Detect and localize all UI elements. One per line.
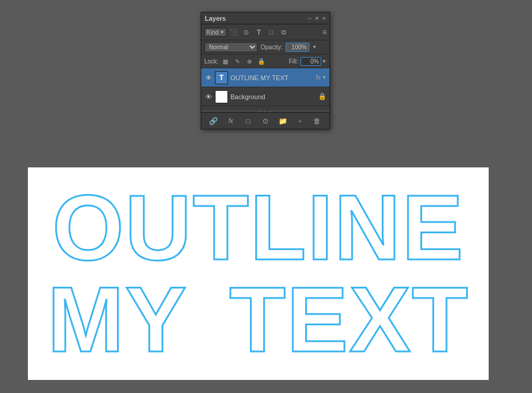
layer-visibility-text-icon[interactable]: 👁 — [204, 74, 213, 82]
text-row-1: OUTLINE — [52, 182, 464, 274]
add-group-button[interactable]: 📁 — [277, 116, 288, 126]
add-adjustment-button[interactable]: ⊙ — [260, 116, 271, 126]
layer-thumbnail-background — [215, 90, 228, 103]
filter-adjustment-button[interactable]: ⊙ — [241, 27, 252, 37]
lock-label: Lock: — [204, 58, 218, 65]
layer-item-background[interactable]: 👁 Background 🔒 — [201, 87, 330, 106]
layer-name-text: OUTLINE MY TEXT — [230, 74, 314, 81]
filter-kind-label: Kind — [207, 29, 218, 36]
delete-layer-button[interactable]: 🗑 — [312, 116, 322, 126]
lock-image-button[interactable]: ✎ — [233, 56, 242, 66]
opacity-arrow-icon: ▼ — [312, 45, 317, 50]
opacity-input[interactable] — [286, 43, 309, 52]
layer-fx-button[interactable]: fx ▼ — [316, 74, 327, 81]
panel-titlebar: Layers ─ ✕ ≡ — [201, 12, 330, 24]
new-layer-button[interactable]: ＋ — [294, 116, 305, 126]
link-layers-button[interactable]: 🔗 — [208, 116, 219, 126]
lock-transparent-button[interactable]: ▦ — [221, 56, 230, 66]
layer-item-text[interactable]: 👁 T OUTLINE MY TEXT fx ▼ — [201, 68, 330, 87]
layer-fx-arrow-icon: ▼ — [322, 75, 327, 80]
filter-row: Kind ▼ ⬛ ⊙ T □ ⧉ ≡ — [201, 24, 330, 40]
outline-text-line1: OUTLINE — [52, 182, 464, 274]
layer-fx-label: fx — [316, 74, 321, 81]
filter-shape-button[interactable]: □ — [266, 27, 277, 37]
add-layer-style-button[interactable]: fx — [226, 116, 236, 126]
panel-title-left: Layers — [205, 15, 226, 22]
fill-label: Fill: — [289, 58, 299, 65]
filter-pixel-button[interactable]: ⬛ — [229, 27, 239, 37]
layers-list: 👁 T OUTLINE MY TEXT fx ▼ 👁 Background 🔒 — [201, 68, 330, 110]
lock-position-button[interactable]: ⊕ — [245, 56, 254, 66]
add-mask-button[interactable]: □ — [243, 116, 254, 126]
blend-opacity-row: Normal Dissolve Multiply Screen Overlay … — [201, 40, 330, 55]
fill-arrow-icon: ▼ — [322, 59, 327, 64]
layers-panel: Layers ─ ✕ ≡ Kind ▼ ⬛ ⊙ T □ ⧉ ≡ Normal D… — [201, 12, 330, 129]
panel-menu-button[interactable]: ≡ — [322, 15, 326, 21]
layer-visibility-bg-icon[interactable]: 👁 — [204, 93, 213, 101]
outline-text-container: OUTLINE MY TEXT — [28, 167, 489, 380]
outline-text-word-text: TEXT — [229, 274, 469, 366]
filter-kind-dropdown[interactable]: Kind ▼ — [204, 28, 227, 37]
blend-mode-select[interactable]: Normal Dissolve Multiply Screen Overlay — [204, 42, 258, 52]
fill-input[interactable] — [300, 57, 321, 66]
panel-window-controls: ─ ✕ ≡ — [307, 15, 326, 21]
lock-fill-row: Lock: ▦ ✎ ⊕ 🔒 Fill: ▼ — [201, 55, 330, 68]
panel-options-icon[interactable]: ≡ — [322, 28, 327, 36]
panel-close-button[interactable]: ✕ — [314, 15, 320, 21]
panel-bottom-toolbar: 🔗 fx □ ⊙ 📁 ＋ 🗑 — [201, 112, 330, 129]
filter-kind-arrow-icon: ▼ — [220, 30, 224, 35]
canvas-area: OUTLINE MY TEXT — [28, 167, 489, 380]
lock-all-button[interactable]: 🔒 — [256, 56, 266, 66]
filter-type-button[interactable]: T — [254, 27, 264, 37]
panel-title: Layers — [205, 15, 226, 22]
opacity-label: Opacity: — [261, 44, 283, 50]
fill-input-wrap: ▼ — [300, 57, 327, 66]
panel-minimize-button[interactable]: ─ — [307, 15, 312, 21]
layer-thumbnail-text: T — [215, 71, 228, 84]
layer-lock-icon: 🔒 — [318, 93, 327, 100]
outline-text-word-my: MY — [48, 274, 188, 366]
text-row-2: MY TEXT — [48, 274, 470, 366]
layer-name-background: Background — [230, 93, 316, 100]
filter-smart-button[interactable]: ⧉ — [278, 27, 289, 37]
resize-dots-icon: • • • — [259, 109, 273, 114]
